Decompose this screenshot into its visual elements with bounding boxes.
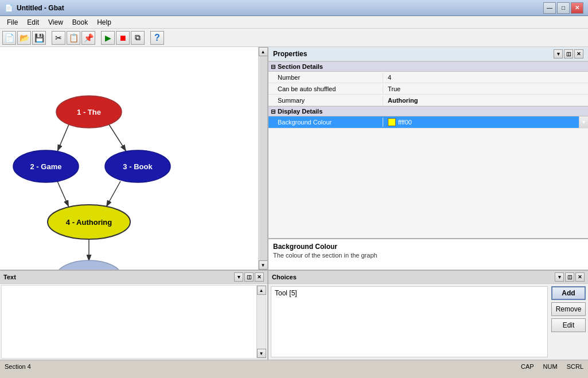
start-button[interactable]: ▶ [101, 31, 115, 45]
bgcolor-swatch-container: ffff00 [388, 118, 574, 126]
menu-edit[interactable]: Edit [22, 17, 44, 28]
graph-scroll-track[interactable] [259, 56, 267, 260]
svg-line-1 [57, 124, 69, 151]
bgcolor-dropdown-btn[interactable]: ▼ [579, 116, 588, 128]
stop-button[interactable]: ⏹ [116, 31, 130, 45]
svg-line-4 [106, 181, 120, 207]
prop-row-bgcolor[interactable]: Background Colour ffff00 ▼ [268, 116, 588, 128]
app-title: Untitled - Gbat [17, 4, 64, 12]
remove-button[interactable]: Remove [551, 302, 586, 316]
titlebar-controls: — □ ✕ [543, 2, 583, 14]
graph-area[interactable]: 1 - The 2 - Game 3 - Book 4 - Authoring … [0, 47, 268, 270]
close-button[interactable]: ✕ [571, 2, 583, 14]
prop-label-shuffle: Can be auto shuffled [268, 84, 383, 93]
save-button[interactable]: 💾 [32, 31, 46, 45]
choices-panel-header: Choices ▾ ◫ ✕ [268, 271, 588, 284]
status-num: NUM [543, 363, 558, 370]
clone-button[interactable]: ⧉ [131, 31, 145, 45]
svg-text:4 - Authoring: 4 - Authoring [66, 218, 112, 227]
paste-button[interactable]: 📌 [81, 31, 95, 45]
app-icon: 📄 [5, 4, 13, 12]
properties-float-button[interactable]: ◫ [564, 49, 573, 59]
properties-title: Properties [273, 50, 307, 58]
menu-help[interactable]: Help [92, 17, 116, 28]
choices-panel-close-button[interactable]: ✕ [575, 272, 585, 282]
choices-panel-pin-button[interactable]: ▾ [555, 272, 564, 282]
help-button[interactable]: ? [150, 31, 164, 45]
text-area-container: ▲ ▼ [1, 285, 266, 358]
menu-view[interactable]: View [44, 17, 68, 28]
prop-label-summary: Summary [268, 96, 383, 105]
titlebar: 📄 Untitled - Gbat — □ ✕ [0, 0, 588, 16]
graph-scroll-down[interactable]: ▼ [259, 260, 268, 270]
text-panel-header: Text ▾ ◫ ✕ [0, 271, 267, 284]
svg-line-3 [57, 181, 69, 207]
prop-label-bgcolor: Background Colour [268, 118, 383, 127]
list-item[interactable]: Tool [5] [272, 288, 546, 298]
prop-label-number: Number [268, 73, 383, 82]
text-panel-header-controls: ▾ ◫ ✕ [234, 272, 264, 282]
open-button[interactable]: 📂 [17, 31, 31, 45]
prop-value-number: 4 [383, 73, 588, 82]
prop-row-shuffle: Can be auto shuffled True [268, 83, 588, 95]
graph-scroll-up[interactable]: ▲ [259, 47, 268, 56]
properties-header-controls: ▾ ◫ ✕ [554, 49, 583, 59]
edit-button[interactable]: Edit [551, 318, 586, 332]
choices-list[interactable]: Tool [5] [271, 286, 548, 357]
text-scroll-down[interactable]: ▼ [257, 349, 266, 358]
status-right: CAP NUM SCRL [521, 363, 583, 370]
menu-file[interactable]: File [2, 17, 22, 28]
bgcolor-swatch [388, 118, 396, 126]
text-panel-title: Text [3, 274, 16, 280]
toolbar: 📄 📂 💾 ✂ 📋 📌 ▶ ⏹ ⧉ ? [0, 29, 588, 47]
graph-svg: 1 - The 2 - Game 3 - Book 4 - Authoring … [0, 47, 259, 270]
properties-pin-button[interactable]: ▾ [554, 49, 563, 59]
status-cap: CAP [521, 363, 534, 370]
titlebar-left: 📄 Untitled - Gbat [5, 4, 64, 12]
text-scrollbar: ▲ ▼ [256, 286, 266, 358]
choices-panel-header-controls: ▾ ◫ ✕ [555, 272, 585, 282]
status-scrl: SCRL [567, 363, 583, 370]
menu-book[interactable]: Book [68, 17, 92, 28]
text-scroll-up[interactable]: ▲ [257, 286, 266, 295]
svg-text:1 - The: 1 - The [77, 108, 101, 116]
properties-close-button[interactable]: ✕ [574, 49, 583, 59]
display-details-label: Display Details [278, 108, 322, 115]
text-textarea[interactable] [2, 286, 256, 358]
section-details-label: Section Details [278, 63, 323, 70]
text-panel-float-button[interactable]: ◫ [244, 272, 254, 282]
prop-value-summary: Authoring [383, 96, 588, 105]
maximize-button[interactable]: □ [557, 2, 570, 14]
prop-desc-text: The colour of the section in the graph [273, 252, 583, 259]
prop-row-number: Number 4 [268, 72, 588, 83]
main-content: 1 - The 2 - Game 3 - Book 4 - Authoring … [0, 47, 588, 271]
choices-content: Tool [5] Add Remove Edit [268, 284, 588, 360]
display-collapse-icon[interactable]: ⊟ [271, 108, 275, 115]
copy-button[interactable]: 📋 [67, 31, 80, 45]
minimize-button[interactable]: — [543, 2, 556, 14]
properties-panel: Properties ▾ ◫ ✕ ⊟ Section Details Numbe… [268, 47, 588, 270]
status-section: Section 4 [5, 363, 31, 370]
bgcolor-value: ffff00 [398, 119, 412, 126]
new-button[interactable]: 📄 [2, 31, 16, 45]
prop-desc-title: Background Colour [273, 243, 583, 251]
collapse-icon[interactable]: ⊟ [271, 64, 275, 70]
bottom-panels: Text ▾ ◫ ✕ ▲ ▼ Choices ▾ ◫ ✕ [0, 271, 588, 360]
text-panel-pin-button[interactable]: ▾ [234, 272, 243, 282]
add-button[interactable]: Add [551, 286, 586, 300]
cut-button[interactable]: ✂ [52, 31, 65, 45]
svg-line-2 [109, 124, 126, 151]
graph-scrollbar: ▲ ▼ [258, 47, 267, 270]
menubar: File Edit View Book Help [0, 16, 588, 29]
svg-text:2 - Game: 2 - Game [30, 162, 62, 171]
properties-header: Properties ▾ ◫ ✕ [268, 47, 588, 61]
choices-panel-float-button[interactable]: ◫ [565, 272, 574, 282]
display-details-header: ⊟ Display Details [268, 106, 588, 116]
svg-point-14 [56, 260, 122, 270]
text-panel: Text ▾ ◫ ✕ ▲ ▼ [0, 271, 268, 360]
properties-description: Background Colour The colour of the sect… [268, 238, 588, 270]
properties-content: ⊟ Section Details Number 4 Can be auto s… [268, 61, 588, 238]
section-details-header: ⊟ Section Details [268, 61, 588, 72]
text-panel-close-button[interactable]: ✕ [255, 272, 264, 282]
prop-value-bgcolor: ffff00 [383, 117, 579, 127]
